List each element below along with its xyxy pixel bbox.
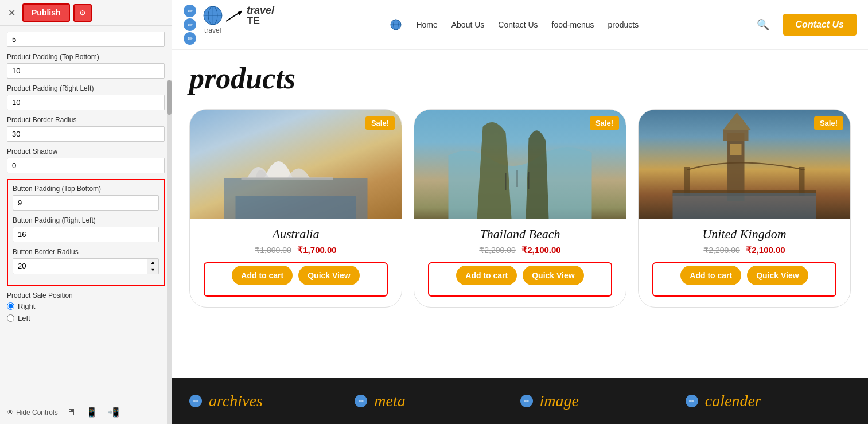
quick-view-2[interactable]: Quick View [523, 266, 583, 285]
radio-right-label[interactable]: Right [7, 302, 165, 310]
buttons-row-3: Add to cart Quick View [656, 266, 833, 293]
field-input-btn-tb[interactable] [13, 195, 159, 211]
add-to-cart-2[interactable]: Add to cart [456, 266, 517, 285]
field-group-shadow: Product Shadow [7, 147, 165, 173]
footer-edit-icon-3[interactable]: ✏ [520, 395, 533, 407]
price-row-3: ₹2,200.00 ₹2,100.00 [648, 245, 841, 255]
field-label-border-radius: Product Border Radius [7, 116, 165, 124]
field-input-padding-tb[interactable] [7, 63, 165, 79]
buttons-highlight-3: Add to cart Quick View [652, 262, 836, 297]
btn-border-radius-spinner: ▲ ▼ [13, 258, 159, 274]
price-old-1: ₹1,800.00 [255, 246, 291, 255]
nav-food[interactable]: food-menus [552, 20, 594, 29]
preview-area: ✏ ✏ ✏ [172, 0, 868, 424]
buttons-highlight-1: Add to cart Quick View [204, 262, 388, 297]
nav-links: Home About Us Contact Us food-menus prod… [286, 18, 743, 31]
field-label-btn-border-radius: Button Border Radius [13, 248, 159, 256]
spinner-down[interactable]: ▼ [147, 266, 158, 274]
footer-col-image: ✏ image [520, 392, 686, 410]
desktop-icon[interactable]: 🖥 [65, 406, 77, 419]
footer-edit-icon-2[interactable]: ✏ [355, 395, 367, 407]
page-title: products [189, 61, 851, 95]
footer-edit-icon-4[interactable]: ✏ [686, 395, 698, 407]
price-old-3: ₹2,200.00 [703, 246, 740, 255]
product-image-wrap-3: Sale! [639, 110, 850, 219]
radio-right[interactable] [7, 302, 14, 310]
svg-rect-11 [236, 196, 356, 219]
field-label-btn-tb: Button Padding (Top Bottom) [13, 185, 159, 193]
field-input-shadow[interactable] [7, 158, 165, 173]
tablet-icon[interactable]: 📱 [84, 405, 99, 419]
add-to-cart-3[interactable]: Add to cart [680, 266, 741, 285]
quick-view-1[interactable]: Quick View [298, 266, 359, 285]
top-bar: ✕ Publish ⚙ [0, 0, 172, 26]
buttons-highlight-2: Add to cart Quick View [428, 262, 612, 297]
product-info-1: Australia ₹1,800.00 ₹1,700.00 Add to car… [190, 219, 402, 307]
buttons-row-1: Add to cart Quick View [207, 266, 384, 293]
footer-archives-link[interactable]: archives [209, 392, 263, 410]
field-group-btn-border-radius: Button Border Radius ▲ ▼ [13, 248, 159, 274]
radio-group-left: Left [7, 314, 165, 322]
footer-edit-icon-1[interactable]: ✏ [189, 395, 202, 407]
svg-rect-20 [684, 167, 690, 196]
logo-title-row: travel TE [202, 5, 274, 26]
nav-home[interactable]: Home [416, 20, 437, 29]
field-input-5[interactable] [7, 32, 165, 47]
spinner-up[interactable]: ▲ [147, 259, 158, 266]
svg-marker-17 [723, 112, 751, 130]
svg-rect-16 [723, 130, 749, 141]
add-to-cart-1[interactable]: Add to cart [232, 266, 293, 285]
field-group-padding-rl: Product Padding (Right Left) [7, 84, 165, 110]
left-panel: ✕ Publish ⚙ Product Padding (Top Bottom)… [0, 0, 172, 424]
nav-contact[interactable]: Contact Us [498, 20, 538, 29]
sale-badge-2: Sale! [590, 116, 619, 130]
edit-icon-3[interactable]: ✏ [184, 32, 196, 45]
logo-text-col: travel TE travel [202, 5, 274, 34]
logo-travel-text: travel [247, 5, 274, 15]
scrollbar-thumb[interactable] [167, 80, 172, 115]
contact-us-nav-button[interactable]: Contact Us [783, 14, 857, 36]
mobile-icon[interactable]: 📲 [106, 405, 121, 419]
radio-left[interactable] [7, 314, 14, 322]
field-label-padding-rl: Product Padding (Right Left) [7, 84, 165, 92]
product-card-australia: Sale! Australia ₹1,800.00 ₹1,700.00 Add … [189, 109, 402, 308]
hide-controls-button[interactable]: 👁 Hide Controls [7, 409, 58, 417]
footer-image-link[interactable]: image [540, 392, 579, 410]
logo-sub-text: travel [204, 26, 221, 34]
close-button[interactable]: ✕ [5, 6, 19, 20]
panel-content: Product Padding (Top Bottom) Product Pad… [0, 26, 172, 400]
edit-icon-2[interactable]: ✏ [184, 18, 196, 31]
buttons-row-2: Add to cart Quick View [431, 266, 609, 293]
publish-button[interactable]: Publish [22, 3, 70, 22]
main-content: products [172, 50, 868, 378]
nav-globe-icon [390, 18, 402, 31]
quick-view-3[interactable]: Quick View [747, 266, 808, 285]
field-group-btn-rl: Button Padding (Right Left) [13, 216, 159, 242]
nav-products[interactable]: products [608, 20, 639, 29]
footer-calender-link[interactable]: calender [705, 392, 761, 410]
footer-col-calender: ✏ calender [686, 392, 851, 410]
edit-icon-1[interactable]: ✏ [184, 5, 196, 17]
product-info-2: Thailand Beach ₹2,200.00 ₹2,100.00 Add t… [414, 219, 626, 307]
field-input-btn-border-radius[interactable] [13, 259, 147, 273]
footer: ✏ archives ✏ meta ✏ image ✏ calender [172, 378, 868, 424]
field-input-border-radius[interactable] [7, 126, 165, 142]
svg-rect-21 [799, 167, 805, 196]
search-button[interactable]: 🔍 [754, 16, 772, 33]
price-new-2: ₹2,100.00 [521, 245, 560, 255]
gear-button[interactable]: ⚙ [73, 4, 92, 22]
panel-scrollbar[interactable] [167, 23, 172, 395]
radio-left-label[interactable]: Left [7, 314, 165, 322]
logo-block: ✏ ✏ ✏ [184, 5, 274, 45]
nav-about[interactable]: About Us [451, 20, 485, 29]
svg-rect-18 [730, 144, 742, 155]
product-name-2: Thailand Beach [423, 227, 617, 242]
product-card-thailand: Sale! Thailand Beach ₹2,200.00 ₹2,100.00… [414, 109, 626, 308]
footer-meta-link[interactable]: meta [374, 392, 405, 410]
field-input-padding-rl[interactable] [7, 95, 165, 110]
field-group-btn-tb: Button Padding (Top Bottom) [13, 185, 159, 211]
price-row-1: ₹1,800.00 ₹1,700.00 [199, 245, 392, 255]
spinner-controls: ▲ ▼ [147, 259, 158, 274]
field-input-btn-rl[interactable] [13, 227, 159, 242]
field-label-padding-tb: Product Padding (Top Bottom) [7, 53, 165, 61]
